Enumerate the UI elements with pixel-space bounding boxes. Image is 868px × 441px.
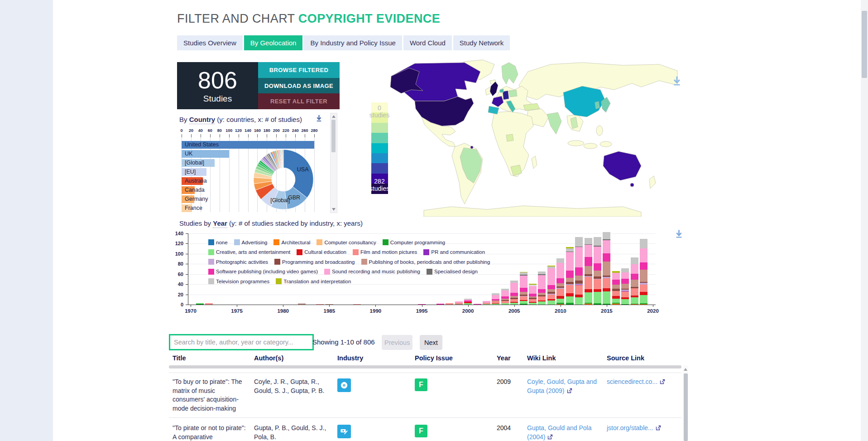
year-bar-segment-2011[interactable]	[566, 303, 574, 305]
year-bar-segment-2009[interactable]	[547, 300, 555, 305]
year-bar-segment-2018[interactable]	[631, 288, 638, 296]
legend-item-creative-arts-and-entertainment[interactable]: Creative, arts and entertainment	[208, 249, 290, 255]
year-bar-segment-2018[interactable]	[631, 296, 638, 297]
year-bar-segment-2019[interactable]	[640, 248, 647, 262]
year-bar-segment-2019[interactable]	[640, 262, 647, 270]
legend-item-computer-consultancy[interactable]: Computer consultancy	[317, 239, 376, 245]
year-bar-segment-2014[interactable]	[594, 276, 601, 278]
legend-item-software-publishing-including-video-games-[interactable]: Software publishing (including video gam…	[208, 269, 318, 275]
year-bar-segment-2013[interactable]	[585, 257, 592, 266]
year-bar-segment-2009[interactable]	[547, 289, 555, 292]
year-bar-segment-2000[interactable]	[464, 299, 472, 300]
year-bar-segment-2019[interactable]	[640, 285, 647, 292]
year-bar-segment-2019[interactable]	[640, 239, 647, 248]
wiki-link[interactable]: Coyle, Gould, Gupta and Gupta (2009)	[527, 378, 599, 395]
year-bar-segment-2000[interactable]	[464, 300, 472, 302]
year-bar-segment-2007[interactable]	[529, 299, 537, 302]
column-header-title[interactable]: Title	[173, 354, 186, 362]
reset-all-filter-button[interactable]: RESET ALL FILTER	[258, 93, 340, 109]
year-heading-key[interactable]: Year	[213, 219, 227, 228]
browse-filtered-button[interactable]: BROWSE FILTERED	[258, 62, 340, 78]
legend-item-sound-recording-and-music-publishing[interactable]: Sound recording and music publishing	[324, 269, 420, 275]
previous-page-button[interactable]: Previous	[382, 335, 412, 350]
year-bar-segment-2015[interactable]	[603, 304, 610, 305]
year-bar-segment-2019[interactable]	[640, 303, 647, 304]
year-bar-segment-2008[interactable]	[538, 295, 546, 296]
year-bar-segment-2013[interactable]	[585, 245, 592, 257]
year-bar-segment-2017[interactable]	[621, 289, 629, 290]
legend-item-advertising[interactable]: Advertising	[234, 239, 268, 245]
legend-item-computer-programming[interactable]: Computer programming	[383, 239, 445, 245]
column-header-industry[interactable]: Industry	[337, 354, 363, 362]
table-horizontal-scrollbar[interactable]	[169, 365, 681, 368]
year-bar-segment-2003[interactable]	[492, 293, 499, 295]
year-bar-segment-2011[interactable]	[566, 271, 574, 278]
year-bar-segment-2018[interactable]	[631, 297, 638, 303]
year-bar-segment-2013[interactable]	[585, 276, 592, 277]
year-bar-segment-2015[interactable]	[603, 291, 610, 304]
map-country-india[interactable]	[547, 112, 561, 134]
scroll-up-arrow[interactable]	[332, 115, 336, 118]
year-bar-segment-2008[interactable]	[538, 296, 546, 300]
year-bar-segment-2010[interactable]	[556, 304, 564, 305]
year-bar-segment-2018[interactable]	[631, 264, 638, 273]
year-bar-segment-2005[interactable]	[510, 283, 518, 293]
year-bar-segment-2005[interactable]	[510, 302, 518, 302]
year-bar-segment-2004[interactable]	[501, 291, 509, 296]
table-scroll-up-arrow[interactable]	[684, 368, 687, 371]
year-bar-segment-1999[interactable]	[455, 301, 463, 302]
year-bar-segment-2010[interactable]	[556, 296, 564, 299]
year-bar-segment-2013[interactable]	[585, 274, 592, 276]
year-bar-segment-2004[interactable]	[501, 301, 509, 303]
column-header-wiki-link[interactable]: Wiki Link	[527, 354, 556, 362]
year-bar-segment-2017[interactable]	[621, 291, 629, 297]
policy-issue-icon-f[interactable]: F	[415, 425, 427, 437]
year-bar-segment-2009[interactable]	[547, 285, 555, 289]
year-bar-segment-2008[interactable]	[538, 271, 546, 274]
year-bar-segment-2016[interactable]	[612, 304, 620, 305]
year-bar-segment-2016[interactable]	[612, 280, 620, 285]
year-bar-segment-2012[interactable]	[575, 276, 583, 281]
year-bar-segment-1971[interactable]	[196, 303, 204, 304]
map-new-zealand[interactable]	[649, 176, 656, 189]
year-bar-segment-2011[interactable]	[566, 285, 574, 293]
map-philippines[interactable]	[596, 126, 603, 136]
year-bar-segment-2012[interactable]	[575, 295, 583, 298]
year-bar-segment-2013[interactable]	[585, 277, 592, 289]
year-bar-segment-2014[interactable]	[594, 303, 601, 305]
year-bar-segment-2013[interactable]	[585, 303, 592, 304]
year-bar-segment-2013[interactable]	[585, 244, 592, 245]
map-country-french-guiana[interactable]	[470, 146, 473, 149]
year-bar-segment-2018[interactable]	[631, 274, 638, 280]
year-bar-segment-2012[interactable]	[575, 297, 583, 305]
year-bar-segment-2015[interactable]	[603, 288, 610, 291]
country-panel-scrollbar[interactable]	[330, 113, 337, 213]
legend-item-none[interactable]: none	[208, 239, 228, 245]
year-bar-segment-2016[interactable]	[612, 273, 620, 280]
year-bar-segment-2011[interactable]	[566, 252, 574, 252]
legend-item-cultural-education[interactable]: Cultural education	[297, 249, 346, 255]
year-bar-segment-2014[interactable]	[594, 263, 601, 271]
year-bar-segment-2002[interactable]	[483, 303, 490, 303]
year-bar-segment-2010[interactable]	[556, 288, 564, 289]
year-bar-segment-2005[interactable]	[510, 281, 518, 282]
year-bar-segment-2008[interactable]	[538, 300, 546, 301]
year-bar-segment-2015[interactable]	[603, 276, 610, 277]
year-bar-segment-1997[interactable]	[436, 304, 444, 305]
legend-item-architectural[interactable]: Architectural	[273, 239, 310, 245]
year-bar-segment-2003[interactable]	[492, 295, 499, 299]
year-bar-segment-2019[interactable]	[640, 282, 647, 283]
year-bar-segment-2015[interactable]	[603, 253, 610, 262]
window-scrollbar[interactable]	[861, 0, 868, 441]
map-country-south-korea[interactable]	[595, 102, 599, 109]
year-bar-segment-1999[interactable]	[455, 303, 463, 304]
year-bar-segment-2000[interactable]	[464, 302, 472, 303]
year-bar-segment-2006[interactable]	[520, 301, 528, 304]
year-bar-segment-2002[interactable]	[483, 304, 490, 305]
year-bar-segment-2002[interactable]	[483, 301, 490, 302]
year-bar-segment-2013[interactable]	[585, 266, 592, 274]
year-bar-segment-2013[interactable]	[585, 289, 592, 292]
year-bar-segment-2003[interactable]	[492, 300, 499, 301]
year-bar-segment-2018[interactable]	[631, 304, 638, 305]
year-bar-segment-2014[interactable]	[594, 292, 601, 303]
